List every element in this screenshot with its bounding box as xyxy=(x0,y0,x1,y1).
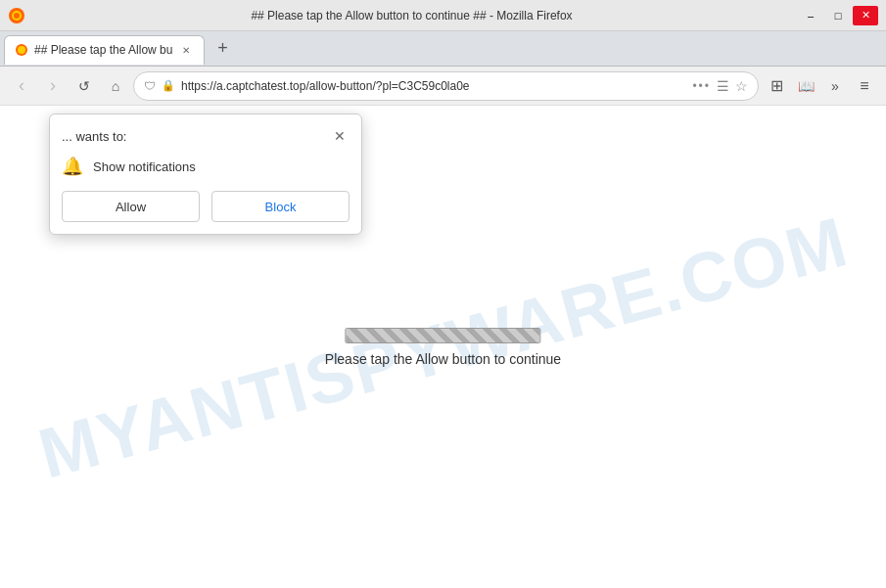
synced-tabs-button[interactable]: ⊞ xyxy=(763,72,790,100)
active-tab[interactable]: ## Please tap the Allow bu ✕ xyxy=(4,35,205,65)
popup-close-button[interactable]: ✕ xyxy=(330,126,350,146)
lock-icon: 🔒 xyxy=(162,79,175,92)
svg-point-2 xyxy=(14,13,20,19)
popup-buttons: Allow Block xyxy=(62,191,350,222)
overflow-button[interactable]: » xyxy=(821,72,849,100)
bookmark-icon: ☆ xyxy=(735,78,748,94)
progress-text: Please tap the Allow button to continue xyxy=(325,351,561,367)
notification-popup: ... wants to: ✕ 🔔 Show notifications All… xyxy=(49,113,362,235)
new-tab-button[interactable]: + xyxy=(209,35,236,63)
window-title: ## Please tap the Allow button to contin… xyxy=(33,9,790,23)
nav-right-buttons: ⊞ 📖 » ≡ xyxy=(763,72,878,100)
firefox-icon xyxy=(8,7,25,24)
page-content: Please tap the Allow button to continue xyxy=(325,328,561,367)
home-button[interactable]: ⌂ xyxy=(102,72,129,100)
block-button[interactable]: Block xyxy=(211,191,350,222)
progress-bar xyxy=(346,328,541,343)
url-text: https://a.captchatest.top/allow-button/?… xyxy=(181,79,686,93)
tab-bar: ## Please tap the Allow bu ✕ + xyxy=(0,31,886,67)
bell-icon: 🔔 xyxy=(62,156,83,177)
browser-content: MYANTISPYWARE.COM Please tap the Allow b… xyxy=(0,106,886,588)
popup-title: ... wants to: xyxy=(62,129,126,144)
url-bar[interactable]: 🛡 🔒 https://a.captchatest.top/allow-butt… xyxy=(133,71,759,101)
popup-notification-label: Show notifications xyxy=(93,159,196,174)
tab-label: ## Please tap the Allow bu xyxy=(34,43,172,57)
back-button[interactable]: ‹ xyxy=(8,72,35,100)
allow-button[interactable]: Allow xyxy=(62,191,200,222)
reader-view-button[interactable]: 📖 xyxy=(792,72,819,100)
svg-point-4 xyxy=(18,46,25,54)
window-controls: – □ ✕ xyxy=(798,6,878,25)
close-button[interactable]: ✕ xyxy=(853,6,878,25)
url-more-button[interactable]: ••• xyxy=(692,79,711,93)
pocket-icon: ☰ xyxy=(717,78,729,94)
forward-button[interactable]: › xyxy=(39,72,67,100)
reload-button[interactable]: ↺ xyxy=(70,72,98,100)
tab-favicon xyxy=(15,43,28,57)
app-menu-button[interactable]: ≡ xyxy=(851,72,878,100)
title-bar: ## Please tap the Allow button to contin… xyxy=(0,0,886,31)
restore-button[interactable]: □ xyxy=(825,6,851,25)
shield-icon: 🛡 xyxy=(144,79,156,93)
nav-bar: ‹ › ↺ ⌂ 🛡 🔒 https://a.captchatest.top/al… xyxy=(0,67,886,106)
popup-notification-row: 🔔 Show notifications xyxy=(62,156,350,177)
minimize-button[interactable]: – xyxy=(798,6,823,25)
popup-header: ... wants to: ✕ xyxy=(62,126,350,146)
tab-close-button[interactable]: ✕ xyxy=(178,42,194,58)
